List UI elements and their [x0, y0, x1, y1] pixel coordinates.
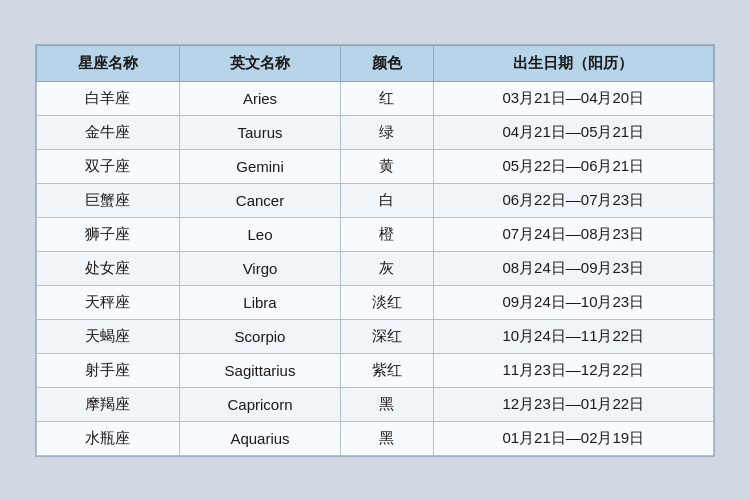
cell-chinese-name: 天秤座 — [37, 285, 180, 319]
cell-dates: 03月21日—04月20日 — [433, 81, 713, 115]
table-row: 天蝎座Scorpio深红10月24日—11月22日 — [37, 319, 714, 353]
cell-english-name: Aquarius — [179, 421, 340, 455]
cell-english-name: Libra — [179, 285, 340, 319]
cell-chinese-name: 摩羯座 — [37, 387, 180, 421]
cell-dates: 07月24日—08月23日 — [433, 217, 713, 251]
cell-english-name: Capricorn — [179, 387, 340, 421]
cell-dates: 09月24日—10月23日 — [433, 285, 713, 319]
table-header-row: 星座名称 英文名称 颜色 出生日期（阳历） — [37, 45, 714, 81]
cell-chinese-name: 处女座 — [37, 251, 180, 285]
table-body: 白羊座Aries红03月21日—04月20日金牛座Taurus绿04月21日—0… — [37, 81, 714, 455]
table-row: 水瓶座Aquarius黑01月21日—02月19日 — [37, 421, 714, 455]
cell-dates: 11月23日—12月22日 — [433, 353, 713, 387]
header-dates: 出生日期（阳历） — [433, 45, 713, 81]
cell-color: 红 — [341, 81, 433, 115]
header-color: 颜色 — [341, 45, 433, 81]
table-row: 巨蟹座Cancer白06月22日—07月23日 — [37, 183, 714, 217]
cell-dates: 01月21日—02月19日 — [433, 421, 713, 455]
cell-color: 白 — [341, 183, 433, 217]
cell-color: 淡红 — [341, 285, 433, 319]
table-row: 双子座Gemini黄05月22日—06月21日 — [37, 149, 714, 183]
table-row: 射手座Sagittarius紫红11月23日—12月22日 — [37, 353, 714, 387]
cell-chinese-name: 狮子座 — [37, 217, 180, 251]
cell-english-name: Sagittarius — [179, 353, 340, 387]
cell-dates: 06月22日—07月23日 — [433, 183, 713, 217]
cell-dates: 08月24日—09月23日 — [433, 251, 713, 285]
cell-color: 黑 — [341, 421, 433, 455]
table-row: 狮子座Leo橙07月24日—08月23日 — [37, 217, 714, 251]
cell-english-name: Leo — [179, 217, 340, 251]
cell-english-name: Gemini — [179, 149, 340, 183]
cell-color: 深红 — [341, 319, 433, 353]
table-row: 处女座Virgo灰08月24日—09月23日 — [37, 251, 714, 285]
cell-chinese-name: 射手座 — [37, 353, 180, 387]
cell-color: 绿 — [341, 115, 433, 149]
table-row: 摩羯座Capricorn黑12月23日—01月22日 — [37, 387, 714, 421]
cell-chinese-name: 水瓶座 — [37, 421, 180, 455]
zodiac-table-container: 星座名称 英文名称 颜色 出生日期（阳历） 白羊座Aries红03月21日—04… — [35, 44, 715, 457]
table-row: 金牛座Taurus绿04月21日—05月21日 — [37, 115, 714, 149]
cell-color: 黑 — [341, 387, 433, 421]
header-english-name: 英文名称 — [179, 45, 340, 81]
cell-english-name: Aries — [179, 81, 340, 115]
cell-dates: 05月22日—06月21日 — [433, 149, 713, 183]
table-row: 天秤座Libra淡红09月24日—10月23日 — [37, 285, 714, 319]
cell-color: 橙 — [341, 217, 433, 251]
header-chinese-name: 星座名称 — [37, 45, 180, 81]
cell-english-name: Virgo — [179, 251, 340, 285]
cell-dates: 12月23日—01月22日 — [433, 387, 713, 421]
zodiac-table: 星座名称 英文名称 颜色 出生日期（阳历） 白羊座Aries红03月21日—04… — [36, 45, 714, 456]
cell-color: 灰 — [341, 251, 433, 285]
cell-chinese-name: 巨蟹座 — [37, 183, 180, 217]
cell-chinese-name: 天蝎座 — [37, 319, 180, 353]
cell-dates: 04月21日—05月21日 — [433, 115, 713, 149]
cell-english-name: Taurus — [179, 115, 340, 149]
cell-chinese-name: 金牛座 — [37, 115, 180, 149]
cell-chinese-name: 双子座 — [37, 149, 180, 183]
cell-english-name: Cancer — [179, 183, 340, 217]
table-row: 白羊座Aries红03月21日—04月20日 — [37, 81, 714, 115]
cell-color: 黄 — [341, 149, 433, 183]
cell-color: 紫红 — [341, 353, 433, 387]
cell-chinese-name: 白羊座 — [37, 81, 180, 115]
cell-dates: 10月24日—11月22日 — [433, 319, 713, 353]
cell-english-name: Scorpio — [179, 319, 340, 353]
